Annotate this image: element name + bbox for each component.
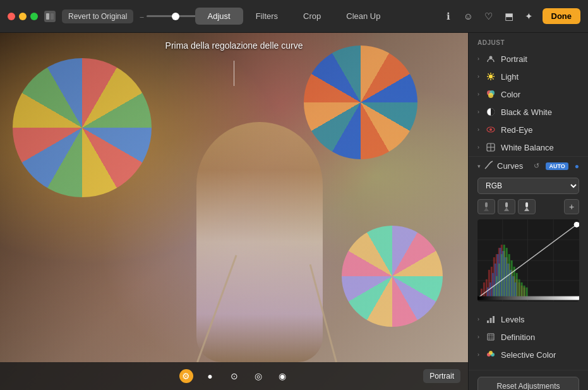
info-icon[interactable]: ℹ [441, 9, 455, 23]
svg-point-81 [489, 351, 493, 355]
chevron-right-icon: › [477, 73, 479, 80]
svg-line-9 [493, 78, 494, 80]
bottom-icon-circle3[interactable]: ◎ [251, 369, 265, 383]
svg-rect-0 [46, 13, 49, 20]
svg-rect-64 [492, 273, 494, 298]
tab-cleanup[interactable]: Clean Up [333, 8, 393, 25]
black-point-eyedropper[interactable] [477, 199, 495, 214]
svg-line-11 [488, 78, 489, 80]
chevron-right-icon: › [477, 334, 479, 340]
single-view-icon[interactable] [44, 11, 56, 22]
svg-rect-22 [505, 202, 508, 207]
chevron-right-icon: › [477, 126, 479, 133]
chevron-right-icon: › [477, 351, 479, 358]
heart-icon[interactable]: ♡ [482, 9, 496, 23]
red-eye-label: Red-Eye [501, 125, 533, 135]
slider-track[interactable] [147, 15, 197, 17]
sidebar-item-color[interactable]: › Color [469, 85, 588, 103]
sidebar-item-levels[interactable]: › Levels [469, 310, 588, 328]
curves-label: Curves [497, 161, 530, 171]
more-icon[interactable]: ✦ [522, 9, 536, 23]
white-balance-label: White Balance [501, 143, 554, 152]
white-point-eyedropper[interactable] [518, 199, 536, 214]
chevron-right-icon: › [477, 144, 479, 150]
titlebar: Revert to Original – + Adjust Filters Cr… [0, 0, 588, 33]
light-label: Light [501, 72, 519, 82]
add-point-button[interactable]: + [564, 199, 579, 214]
sidebar-item-red-eye[interactable]: › Red-Eye [469, 121, 588, 138]
pinwheel-left [13, 58, 152, 197]
svg-rect-31 [483, 283, 485, 298]
bottom-icon-settings[interactable]: ⚙ [179, 369, 193, 383]
svg-rect-59 [521, 283, 523, 298]
emoji-icon[interactable]: ☺ [462, 9, 476, 23]
curves-chart[interactable] [477, 219, 579, 302]
sidebar-item-definition[interactable]: › Definition [469, 328, 588, 346]
minimize-button[interactable] [19, 13, 27, 20]
svg-rect-70 [507, 264, 509, 298]
chevron-right-icon: › [477, 56, 479, 62]
image-area: Prima della regolazione delle curve ⚙ ● … [0, 33, 468, 390]
sidebar-item-black-white[interactable]: › Black & White [469, 103, 588, 121]
selective-color-icon [486, 350, 496, 360]
svg-point-74 [574, 222, 579, 227]
curves-controls: RGB Red Green Blue [469, 175, 588, 310]
reset-adjustments-button[interactable]: Reset Adjustments [477, 377, 579, 390]
curves-reset-icon[interactable]: ↺ [534, 162, 539, 170]
portrait-button[interactable]: Portrait [423, 369, 460, 383]
rgb-channel-select[interactable]: RGB Red Green Blue [477, 178, 579, 194]
definition-icon [486, 332, 496, 342]
svg-rect-63 [489, 283, 491, 298]
svg-point-17 [489, 128, 492, 131]
black-white-label: Black & White [501, 107, 552, 117]
maximize-button[interactable] [30, 13, 38, 20]
sidebar-item-selective-color[interactable]: › Selective Color [469, 346, 588, 363]
svg-rect-23 [525, 202, 528, 207]
svg-rect-75 [477, 296, 579, 300]
chevron-down-icon: ▾ [477, 163, 481, 169]
sidebar-item-portrait[interactable]: › Portrait [469, 50, 588, 68]
slider-thumb[interactable] [172, 13, 179, 20]
eyedropper-tools: + [477, 199, 579, 214]
tab-filters[interactable]: Filters [243, 8, 291, 25]
pinwheel-bottom-right [342, 226, 443, 327]
bottom-icon-circle4[interactable]: ◉ [275, 369, 289, 383]
curves-header[interactable]: ▾ Curves ↺ AUTO ● [469, 157, 588, 175]
chevron-right-icon: › [477, 316, 479, 322]
zoom-slider[interactable]: – + [140, 13, 203, 20]
svg-rect-76 [487, 320, 489, 323]
svg-rect-1 [51, 13, 54, 20]
tab-crop[interactable]: Crop [291, 8, 333, 25]
close-button[interactable] [8, 13, 15, 20]
selective-color-label: Selective Color [501, 350, 556, 360]
curves-active-indicator: ● [575, 162, 579, 171]
white-balance-icon [486, 142, 496, 152]
svg-rect-67 [500, 248, 501, 298]
photo-background [0, 33, 468, 390]
svg-rect-77 [490, 318, 492, 323]
chevron-right-icon: › [477, 91, 479, 97]
adjust-panel-header: ADJUST [469, 33, 588, 50]
mid-point-eyedropper[interactable] [498, 199, 515, 214]
curves-icon [484, 161, 493, 171]
bottom-icon-circle2[interactable]: ⊙ [227, 369, 241, 383]
tab-adjust[interactable]: Adjust [195, 8, 243, 25]
bottom-icon-circle1[interactable]: ● [203, 369, 217, 383]
revert-to-original-button[interactable]: Revert to Original [62, 9, 133, 23]
right-panel: ADJUST › Portrait › [468, 33, 588, 390]
sidebar-item-light[interactable]: › Light [469, 68, 588, 85]
color-icon [486, 89, 496, 99]
spacer [469, 363, 588, 370]
svg-rect-68 [502, 251, 504, 298]
zoom-min-icon: – [140, 13, 143, 20]
svg-rect-78 [493, 316, 495, 323]
share-icon[interactable]: ⬒ [502, 9, 516, 23]
svg-point-14 [488, 93, 493, 98]
curves-auto-badge[interactable]: AUTO [546, 162, 568, 170]
svg-point-3 [489, 75, 493, 78]
svg-rect-21 [485, 202, 488, 207]
sidebar-item-white-balance[interactable]: › White Balance [469, 138, 588, 156]
figure-silhouette [196, 122, 323, 362]
svg-rect-66 [497, 254, 499, 298]
done-button[interactable]: Done [543, 8, 581, 24]
